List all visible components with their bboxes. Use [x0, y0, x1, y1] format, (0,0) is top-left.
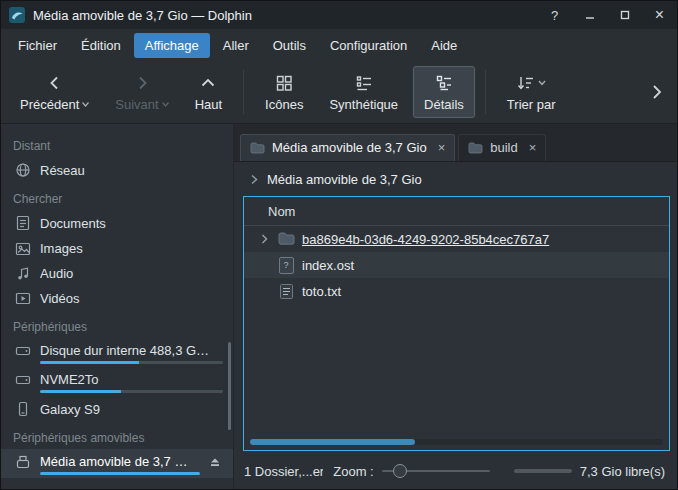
horizontal-scrollbar-handle[interactable] — [250, 439, 415, 445]
sidebar-item-media-amovible[interactable]: Média amovible de 3,7 … — [1, 449, 233, 478]
toolbar-overflow-button[interactable] — [645, 61, 669, 123]
toolbar-separator — [243, 70, 244, 114]
menu-outils[interactable]: Outils — [262, 33, 317, 58]
menu-edition[interactable]: Édition — [70, 33, 132, 58]
minimize-button[interactable] — [576, 3, 603, 27]
close-button[interactable]: × — [646, 3, 673, 27]
details-view: Nom ba869e4b-03d6-4249-9202-85b4cec767a7 — [243, 196, 670, 451]
back-icon — [46, 72, 64, 94]
zoom-slider-handle[interactable] — [393, 464, 407, 478]
free-space-widget: 7,3 Gio libre(s) — [514, 464, 665, 479]
video-icon — [15, 292, 31, 305]
column-header-nom[interactable]: Nom — [244, 197, 669, 226]
text-file-icon — [277, 284, 295, 299]
zoom-slider[interactable] — [382, 463, 490, 479]
sidebar-item-videos[interactable]: Vidéos — [1, 286, 233, 311]
sidebar-item-galaxy-s9[interactable]: Galaxy S9 — [1, 396, 233, 422]
minimize-icon — [585, 10, 595, 20]
eject-button[interactable] — [209, 456, 223, 467]
tab-label: build — [490, 140, 517, 155]
folder-icon — [468, 142, 483, 154]
menu-fichier[interactable]: Fichier — [7, 33, 68, 58]
file-rows: ba869e4b-03d6-4249-9202-85b4cec767a7 ? i… — [244, 226, 669, 450]
folder-icon — [277, 232, 295, 246]
view-container: Nom ba869e4b-03d6-4249-9202-85b4cec767a7 — [234, 196, 677, 453]
help-icon: ? — [551, 8, 558, 23]
forward-icon — [133, 72, 151, 94]
details-view-icon — [435, 72, 453, 94]
zoom-label: Zoom : — [333, 464, 373, 479]
forward-button[interactable]: Suivant — [104, 66, 179, 118]
view-icons-button[interactable]: Icônes — [254, 66, 314, 118]
sidebar-item-reseau[interactable]: Réseau — [1, 157, 233, 183]
file-row-folder[interactable]: ba869e4b-03d6-4249-9202-85b4cec767a7 — [244, 226, 669, 252]
toolbar: Précédent Suivant Haut — [1, 61, 677, 124]
sort-icon — [517, 74, 535, 92]
section-header-chercher: Chercher — [1, 183, 233, 210]
up-icon — [199, 72, 217, 94]
sidebar-item-audio[interactable]: Audio — [1, 261, 233, 286]
tab-bar: Média amovible de 3,7 Gio × build × — [234, 124, 677, 162]
unknown-file-icon: ? — [277, 257, 295, 274]
sidebar-item-images[interactable]: Images — [1, 236, 233, 261]
menu-affichage[interactable]: Affichage — [134, 33, 210, 58]
help-button[interactable]: ? — [541, 3, 568, 27]
sort-by-button[interactable]: Trier par — [496, 66, 567, 118]
free-space-label: 7,3 Gio libre(s) — [580, 464, 665, 479]
eject-icon — [209, 456, 221, 467]
places-panel: Distant Réseau Chercher Documents Images — [1, 124, 234, 489]
sidebar-item-documents[interactable]: Documents — [1, 210, 233, 236]
forward-dropdown-caret — [162, 102, 169, 107]
network-icon — [15, 162, 31, 178]
file-name: ba869e4b-03d6-4249-9202-85b4cec767a7 — [302, 232, 549, 247]
maximize-button[interactable] — [611, 3, 638, 27]
zoom-control: Zoom : — [333, 463, 489, 479]
horizontal-scrollbar[interactable] — [250, 439, 663, 445]
sidebar-scrollbar-handle[interactable] — [228, 342, 231, 430]
status-summary: 1 Dossier,...ers (99 o) — [244, 464, 323, 479]
tab-close-button[interactable]: × — [529, 140, 537, 155]
menu-aide[interactable]: Aide — [420, 33, 468, 58]
capacity-bar — [40, 361, 223, 364]
hard-drive-icon — [15, 343, 31, 359]
sidebar-item-disque-dur-interne[interactable]: Disque dur interne 488,3 G… — [1, 338, 233, 367]
breadcrumb: Média amovible de 3,7 Gio — [234, 162, 677, 196]
section-header-peripheriques: Périphériques — [1, 311, 233, 338]
usb-drive-icon — [15, 454, 31, 470]
tab-media-amovible[interactable]: Média amovible de 3,7 Gio × — [240, 134, 455, 161]
free-space-bar — [514, 469, 572, 473]
file-row-index-ost[interactable]: ? index.ost — [244, 252, 669, 278]
file-row-toto-txt[interactable]: toto.txt — [244, 278, 669, 304]
compact-view-icon — [355, 72, 373, 94]
capacity-bar — [40, 390, 223, 393]
back-dropdown-caret — [82, 102, 89, 107]
view-compact-button[interactable]: Synthétique — [318, 66, 409, 118]
music-note-icon — [15, 266, 31, 281]
menu-configuration[interactable]: Configuration — [319, 33, 418, 58]
back-button[interactable]: Précédent — [9, 66, 100, 118]
menu-aller[interactable]: Aller — [212, 33, 260, 58]
tab-label: Média amovible de 3,7 Gio — [272, 140, 427, 155]
main-area: Média amovible de 3,7 Gio × build × Médi… — [234, 124, 677, 489]
document-icon — [15, 215, 31, 231]
file-name: index.ost — [302, 258, 354, 273]
window-title: Média amovible de 3,7 Gio — Dolphin — [33, 8, 252, 23]
folder-icon — [250, 142, 265, 154]
up-button[interactable]: Haut — [184, 66, 233, 118]
close-icon: × — [655, 6, 664, 24]
image-icon — [15, 242, 31, 256]
tab-build[interactable]: build × — [458, 134, 546, 161]
sort-dropdown-caret — [538, 80, 546, 86]
menubar: Fichier Édition Affichage Aller Outils C… — [1, 29, 677, 61]
chevron-right-icon — [250, 174, 258, 185]
dolphin-window: Média amovible de 3,7 Gio — Dolphin ? × … — [0, 0, 678, 490]
breadcrumb-location[interactable]: Média amovible de 3,7 Gio — [267, 172, 422, 187]
tab-close-button[interactable]: × — [438, 140, 446, 155]
view-details-button[interactable]: Détails — [413, 66, 475, 118]
section-header-distant: Distant — [1, 130, 233, 157]
dolphin-app-icon[interactable] — [9, 7, 25, 23]
toolbar-separator — [485, 70, 486, 114]
icons-view-icon — [275, 72, 293, 94]
expand-arrow-icon[interactable] — [258, 234, 270, 244]
sidebar-item-nvme2to[interactable]: NVME2To — [1, 367, 233, 396]
